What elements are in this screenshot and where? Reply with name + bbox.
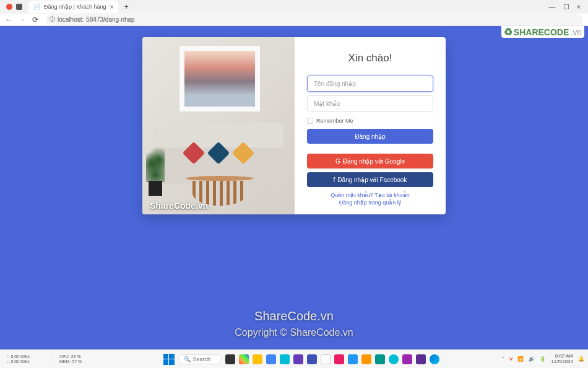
- browser-chrome: 📄 Đăng nhập | Khách hàng × + — ☐ × ← → ⟳…: [0, 0, 588, 26]
- app-icon-dark: [16, 4, 22, 10]
- facebook-login-button[interactable]: fĐăng nhập với Facebook: [307, 172, 433, 187]
- logo-suffix: .vn: [570, 27, 582, 37]
- task-icon[interactable]: [416, 354, 426, 364]
- back-icon[interactable]: ←: [5, 15, 14, 24]
- login-button[interactable]: Đăng nhập: [307, 129, 433, 144]
- password-input[interactable]: [307, 95, 433, 112]
- new-tab-button[interactable]: +: [121, 2, 132, 11]
- task-icon[interactable]: [225, 354, 235, 364]
- recycle-icon: ♻: [504, 26, 512, 38]
- remember-label: Remember Me: [316, 118, 353, 124]
- page-watermark-1: ShareCode.vn: [254, 309, 334, 323]
- task-icon[interactable]: [266, 354, 276, 364]
- create-account-link[interactable]: Tạo tài khoản: [374, 192, 410, 198]
- site-info-icon: ⓘ: [50, 15, 55, 24]
- image-watermark: ShareCode.vn: [150, 201, 208, 211]
- tray-icon[interactable]: V: [509, 356, 512, 362]
- remember-row: Remember Me: [307, 118, 433, 124]
- volume-icon[interactable]: 🔊: [529, 356, 535, 362]
- app-icon-red: [6, 4, 12, 10]
- login-form: Xin chào! Remember Me Đăng nhập GĐăng nh…: [295, 37, 446, 214]
- link-row-2: Đăng nhập trang quản lý: [307, 199, 433, 206]
- start-button[interactable]: [163, 354, 175, 365]
- task-icon[interactable]: [361, 354, 371, 364]
- browser-tab[interactable]: 📄 Đăng nhập | Khách hàng ×: [28, 1, 118, 13]
- google-icon: G: [335, 158, 340, 165]
- tab-favicon: 📄: [33, 4, 40, 10]
- minimize-icon[interactable]: —: [549, 3, 556, 11]
- clock[interactable]: 8:02 AM 11/5/2024: [551, 354, 573, 365]
- taskbar-search[interactable]: 🔍 Search: [178, 354, 222, 364]
- facebook-icon: f: [334, 177, 335, 183]
- system-stats: CPU: 23 % MEM: 57 %: [57, 354, 100, 364]
- logo-text: SHARECODE: [514, 27, 569, 37]
- url-path: 58473/dang-nhap: [86, 16, 134, 23]
- task-icon[interactable]: [389, 354, 399, 364]
- close-icon[interactable]: ×: [577, 3, 581, 11]
- tab-close-icon[interactable]: ×: [110, 4, 113, 11]
- search-icon: 🔍: [184, 356, 191, 362]
- plant-decoration: [146, 146, 165, 196]
- painting-decoration: [179, 46, 260, 112]
- login-image: ShareCode.vn: [142, 37, 295, 214]
- task-icon[interactable]: [307, 354, 317, 364]
- reload-icon[interactable]: ⟳: [32, 15, 41, 24]
- search-placeholder: Search: [193, 356, 211, 362]
- forgot-password-link[interactable]: Quên mật khẩu?: [331, 192, 373, 198]
- task-icon[interactable]: [375, 354, 385, 364]
- google-login-button[interactable]: GĐăng nhập với Google: [307, 154, 433, 169]
- username-input[interactable]: [307, 76, 433, 92]
- app-icons: [2, 4, 26, 10]
- taskbar: ↑: 0.00 KB/s ↓: 0.00 KB/s CPU: 23 % MEM:…: [0, 349, 588, 368]
- notifications-icon[interactable]: 🔔: [578, 356, 584, 362]
- login-card: ShareCode.vn Xin chào! Remember Me Đăng …: [142, 37, 446, 214]
- task-icon[interactable]: [280, 354, 290, 364]
- form-title: Xin chào!: [307, 52, 433, 64]
- window-controls: — ☐ ×: [549, 3, 586, 11]
- taskbar-apps: [225, 354, 439, 364]
- url-host: localhost:: [58, 16, 84, 23]
- task-icon[interactable]: [334, 354, 344, 364]
- task-icon[interactable]: [348, 354, 358, 364]
- battery-icon[interactable]: 🔋: [540, 356, 546, 362]
- tray-chevron-icon[interactable]: ˄: [502, 356, 504, 362]
- maximize-icon[interactable]: ☐: [563, 3, 569, 11]
- system-tray: ˄ V 📶 🔊 🔋 8:02 AM 11/5/2024 🔔: [502, 354, 584, 365]
- wifi-icon[interactable]: 📶: [517, 356, 524, 362]
- task-icon[interactable]: [253, 354, 262, 364]
- task-icon[interactable]: [321, 354, 331, 364]
- edge-icon[interactable]: [430, 354, 439, 364]
- link-row-1: Quên mật khẩu? Tạo tài khoản: [307, 192, 433, 198]
- sharecode-logo: ♻ SHARECODE.vn: [501, 26, 584, 38]
- task-icon[interactable]: [239, 354, 249, 364]
- page-body: ♻ SHARECODE.vn ShareCode.vn Xin chào! Re…: [0, 26, 588, 349]
- admin-login-link[interactable]: Đăng nhập trang quản lý: [339, 199, 402, 206]
- network-stats: ↑: 0.00 KB/s ↓: 0.00 KB/s: [4, 354, 53, 364]
- url-bar[interactable]: ⓘ localhost:58473/dang-nhap: [46, 14, 583, 25]
- forward-icon[interactable]: →: [19, 15, 27, 24]
- tab-row: 📄 Đăng nhập | Khách hàng × + — ☐ ×: [0, 0, 588, 14]
- tab-title: Đăng nhập | Khách hàng: [44, 4, 106, 10]
- address-row: ← → ⟳ ⓘ localhost:58473/dang-nhap: [0, 14, 588, 26]
- date-text: 11/5/2024: [551, 359, 573, 365]
- page-watermark-2: Copyright © ShareCode.vn: [235, 327, 353, 338]
- task-icon[interactable]: [293, 354, 303, 364]
- remember-checkbox[interactable]: [307, 118, 313, 124]
- task-icon[interactable]: [402, 354, 412, 364]
